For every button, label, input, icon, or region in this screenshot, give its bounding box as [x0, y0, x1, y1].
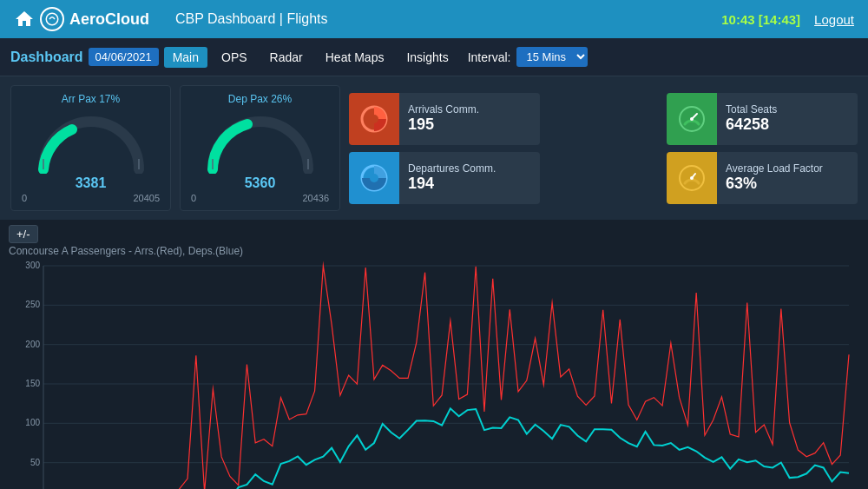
- interval-select[interactable]: 5 Mins 10 Mins 15 Mins 30 Mins 1 Hour: [516, 47, 588, 67]
- header: AeroCloud CBP Dashboard | Flights 10:43 …: [0, 0, 868, 38]
- aerocloud-logo-icon: [44, 11, 60, 27]
- pie-chart-icon: [358, 103, 390, 135]
- chart-top-controls: +/-: [9, 225, 859, 243]
- gauge-arr-pax-min: 0: [22, 193, 27, 203]
- metrics-area: Arr Pax 17% 3381 0 20405 Dep Pax 26%: [0, 76, 868, 220]
- gauge-arr-pax-range: 0 20405: [22, 193, 160, 203]
- gauge-dep-pax-value: 5360: [191, 175, 329, 191]
- pie-chart-blue-icon: [358, 162, 390, 194]
- interval-label: Interval:: [468, 50, 511, 64]
- arrivals-comm-info: Arrivals Comm. 195: [399, 93, 540, 145]
- gauge-arr-pax-value: 3381: [22, 175, 160, 191]
- gauge-dep-pax-min: 0: [191, 193, 196, 203]
- header-left: AeroCloud CBP Dashboard | Flights: [14, 7, 328, 31]
- avg-load-factor-info: Average Load Factor 63%: [717, 152, 858, 204]
- gauge-arr-pax: Arr Pax 17% 3381 0 20405: [10, 85, 171, 211]
- tile-arrivals-comm: Arrivals Comm. 195: [349, 93, 540, 145]
- tab-main[interactable]: Main: [164, 47, 207, 68]
- logout-button[interactable]: Logout: [814, 12, 854, 27]
- logo-text: AeroCloud: [69, 10, 149, 29]
- svg-point-14: [690, 176, 694, 180]
- header-time: 10:43 [14:43]: [721, 12, 800, 27]
- departures-comm-icon: [349, 152, 399, 204]
- tab-insights[interactable]: Insights: [398, 47, 457, 68]
- tile-total-seats: Total Seats 64258: [667, 93, 858, 145]
- chart-title: Concourse A Passengers - Arrs.(Red), Dep…: [9, 245, 859, 257]
- arrivals-comm-icon: [349, 93, 399, 145]
- gauge-arr-pax-svg: [22, 109, 160, 174]
- total-seats-label: Total Seats: [726, 103, 849, 116]
- avg-load-factor-label: Average Load Factor: [726, 162, 849, 175]
- gauge-arr-pax-chart: [30, 109, 152, 174]
- arrivals-comm-value: 195: [408, 116, 531, 134]
- logo: AeroCloud: [14, 7, 149, 31]
- logo-circle: [40, 7, 64, 31]
- departures-comm-value: 194: [408, 175, 531, 193]
- gauge-arr-pax-title: Arr Pax 17%: [22, 93, 160, 105]
- header-right: 10:43 [14:43] Logout: [721, 12, 854, 27]
- tab-radar[interactable]: Radar: [261, 47, 312, 68]
- gauge-dep-pax-max: 20436: [302, 193, 329, 203]
- gauge-arr-pax-max: 20405: [133, 193, 160, 203]
- gauge-dep-pax-chart: [200, 109, 321, 174]
- total-seats-info: Total Seats 64258: [717, 93, 858, 145]
- nav-date: 04/06/2021: [89, 48, 159, 66]
- tab-heat-maps[interactable]: Heat Maps: [317, 47, 393, 68]
- tab-ops[interactable]: OPS: [213, 47, 256, 68]
- speedometer-orange-icon: [676, 162, 707, 194]
- svg-point-0: [46, 13, 58, 25]
- gauge-dep-pax-svg: [191, 109, 329, 174]
- navbar: Dashboard 04/06/2021 Main OPS Radar Heat…: [0, 38, 868, 76]
- svg-point-11: [690, 117, 694, 121]
- gauge-dep-pax-title: Dep Pax 26%: [191, 93, 329, 105]
- chart-plus-minus-top[interactable]: +/-: [9, 225, 38, 243]
- gauge-dep-pax: Dep Pax 26% 5360 0 20436: [180, 85, 340, 211]
- svg-point-6: [370, 115, 378, 123]
- avg-load-factor-value: 63%: [726, 175, 849, 193]
- home-icon: [14, 9, 35, 30]
- avg-load-factor-icon: [667, 152, 717, 204]
- chart-section: +/- Concourse A Passengers - Arrs.(Red),…: [0, 220, 868, 489]
- dashboard-label: Dashboard: [10, 50, 83, 65]
- gauge-dep-pax-range: 0 20436: [191, 193, 329, 203]
- total-seats-icon: [667, 93, 717, 145]
- svg-point-8: [370, 174, 378, 182]
- speedometer-green-icon: [676, 103, 707, 135]
- tile-departures-comm: Departures Comm. 194: [349, 152, 540, 204]
- total-seats-value: 64258: [726, 116, 849, 134]
- departures-comm-info: Departures Comm. 194: [399, 152, 540, 204]
- arrivals-comm-label: Arrivals Comm.: [408, 103, 531, 116]
- header-title: CBP Dashboard | Flights: [175, 11, 328, 27]
- departures-comm-label: Departures Comm.: [408, 162, 531, 175]
- stat-tiles-left: Arrivals Comm. 195 Departures Comm. 194: [349, 93, 540, 204]
- stat-tiles-right: Total Seats 64258 Average Load Factor 63…: [667, 93, 858, 204]
- passenger-chart: [9, 257, 858, 489]
- tile-avg-load-factor: Average Load Factor 63%: [667, 152, 858, 204]
